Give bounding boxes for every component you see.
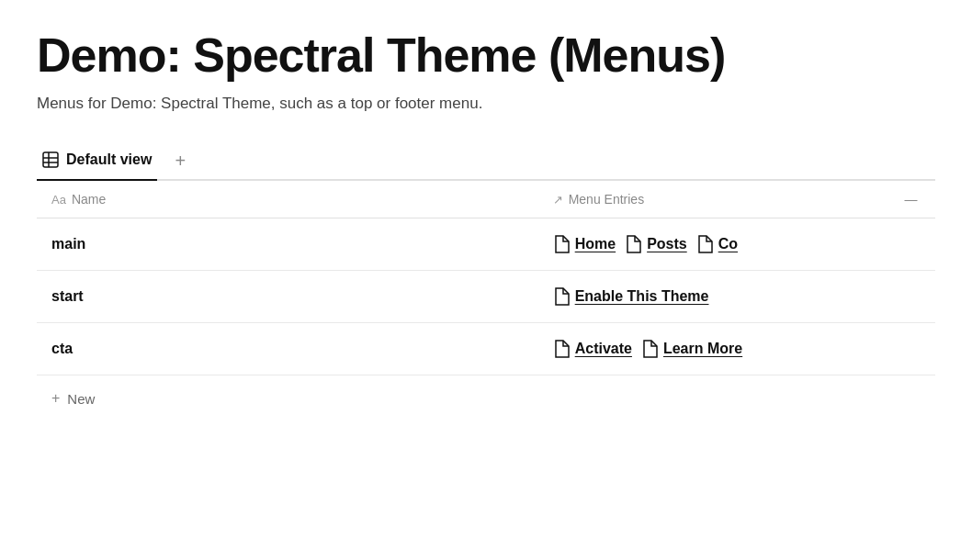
- menus-table: Aa Name ↗ Menu Entries — main: [37, 181, 935, 375]
- cell-entries-main: Home Posts Co: [538, 218, 890, 271]
- table-row: main Home Posts: [37, 218, 935, 271]
- menu-entry-item[interactable]: Learn More: [641, 340, 742, 358]
- doc-icon: [553, 340, 570, 358]
- menu-entries-list: Home Posts Co: [553, 235, 876, 253]
- column-header-menu-entries: ↗ Menu Entries: [538, 181, 890, 218]
- page-subtitle: Menus for Demo: Spectral Theme, such as …: [37, 95, 935, 113]
- table-row: cta Activate Learn More: [37, 323, 935, 375]
- minus-icon: —: [904, 192, 917, 207]
- menu-entry-item[interactable]: Posts: [625, 235, 687, 253]
- cell-name-start: start: [37, 271, 538, 323]
- row-name-label: cta: [51, 341, 73, 356]
- new-row-label: New: [67, 391, 95, 407]
- doc-icon: [553, 235, 570, 253]
- aa-icon: Aa: [51, 193, 66, 207]
- doc-icon: [553, 287, 570, 306]
- menu-entry-label: Learn More: [663, 341, 742, 357]
- menu-entry-item[interactable]: Activate: [553, 340, 632, 358]
- plus-icon: +: [51, 390, 60, 407]
- menu-entry-label: Enable This Theme: [575, 288, 709, 305]
- cell-extra: [889, 323, 935, 375]
- cell-entries-start: Enable This Theme: [538, 271, 890, 323]
- link-icon: ↗: [553, 193, 563, 207]
- page-title: Demo: Spectral Theme (Menus): [37, 29, 935, 82]
- menu-entry-label: Posts: [647, 236, 687, 252]
- row-name-label: main: [51, 236, 85, 252]
- table-icon: [42, 151, 59, 168]
- menu-entry-item[interactable]: Home: [553, 235, 616, 253]
- cell-extra: [889, 218, 935, 271]
- svg-rect-0: [43, 152, 58, 167]
- column-header-name: Aa Name: [37, 181, 538, 218]
- menu-entry-item[interactable]: Enable This Theme: [553, 287, 709, 306]
- doc-icon: [696, 235, 713, 253]
- table-row: start Enable This Theme: [37, 271, 935, 323]
- add-tab-button[interactable]: +: [168, 149, 192, 173]
- tabs-bar: Default view +: [37, 142, 935, 181]
- cell-entries-cta: Activate Learn More: [538, 323, 890, 375]
- add-new-row-button[interactable]: + New: [37, 375, 935, 421]
- doc-icon: [641, 340, 658, 358]
- menu-entry-label: Co: [718, 236, 738, 252]
- column-menu-entries-label: Menu Entries: [569, 192, 644, 207]
- row-name-label: start: [51, 288, 84, 304]
- menu-entry-item[interactable]: Co: [696, 235, 738, 253]
- doc-icon: [625, 235, 641, 253]
- cell-name-main: main: [37, 218, 538, 271]
- cell-name-cta: cta: [37, 323, 538, 375]
- menu-entry-label: Activate: [575, 341, 632, 357]
- menu-entries-list: Activate Learn More: [553, 340, 876, 358]
- column-name-label: Name: [72, 192, 106, 207]
- menu-entry-label: Home: [575, 236, 616, 252]
- cell-extra: [889, 271, 935, 323]
- menu-entries-list: Enable This Theme: [553, 287, 876, 306]
- tab-label: Default view: [66, 151, 152, 168]
- column-header-extra: —: [889, 181, 935, 218]
- tab-default-view[interactable]: Default view: [37, 142, 157, 181]
